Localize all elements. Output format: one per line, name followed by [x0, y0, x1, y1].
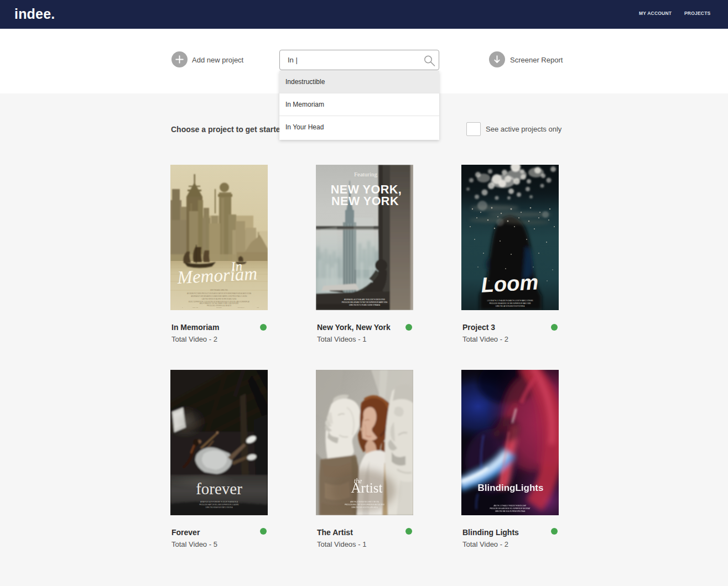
- svg-text:PRODUCED DE LA MUSE DE SOL S: PRODUCED DE LA MUSE DE SOL SUPERVISOR NE…: [490, 507, 530, 510]
- svg-text:PRODUCED BELL TH P ROSE SUPER: PRODUCED BELL TH P ROSE SUPERVISOR ANTON…: [345, 504, 384, 506]
- svg-text:forever: forever: [196, 480, 242, 498]
- svg-text:PRODUCED SEGA MUSIC DE SEN S: PRODUCED SEGA MUSIC DE SEN SUPERVISOR MA…: [489, 302, 531, 305]
- svg-text:ANNA FILM S A TH FOREVER TH JB: ANNA FILM S A TH FOREVER TH JB DIR TH AN…: [200, 501, 238, 503]
- svg-text:IRELAND: IRELAND: [193, 307, 199, 308]
- svg-text:ANDREA WILL A 13 TH ALLARD: ANDREA WILL A 13 TH ALLARD TH BLOOM TH S…: [344, 299, 385, 301]
- svg-text:Memoriam: Memoriam: [176, 263, 257, 287]
- svg-text:ANN TH LS TH KIN M SE JOHN T: ANN TH LS TH KIN M SE JOHN T ONE STA: [350, 501, 379, 503]
- svg-text:DIRECTED RAY B GLOW PRISM S: DIRECTED RAY B GLOW PRISM SPECTRA A: [495, 510, 526, 512]
- svg-text:CURIOSITY: CURIOSITY: [237, 307, 245, 308]
- svg-text:AND FOREMOST ON THE CHEER CO: AND FOREMOST ON THE CHEER COME LONDON FI…: [200, 302, 238, 305]
- svg-text:ANDREA BUTLER BENJAMIN DOLMAN: ANDREA BUTLER BENJAMIN DOLMAN ESME HARRI…: [191, 295, 247, 297]
- svg-text:LOOOM A TH L S TH ALBIN TH DEA: LOOOM A TH L S TH ALBIN TH DEAN TH LOOM …: [487, 300, 533, 302]
- svg-text:SCREEN: SCREEN: [216, 307, 222, 308]
- svg-text:Featuring: Featuring: [354, 171, 378, 177]
- svg-text:AND TH L S TH ALDO TH BLISS TH: AND TH L S TH ALDO TH BLISS TH NEON LIGH…: [494, 505, 527, 507]
- svg-text:WB: WB: [257, 307, 259, 308]
- svg-text:PRODUCED MELLER AND TH THE TOM: PRODUCED MELLER AND TH THE TOM SUPERVISO…: [342, 301, 388, 304]
- svg-text:Loom: Loom: [481, 270, 539, 296]
- svg-text:AN INDEE PICTURES PRODUCTION I: AN INDEE PICTURES PRODUCTION IN ASSOCIAT…: [187, 292, 251, 295]
- svg-text:BlindingLights: BlindingLights: [478, 483, 544, 493]
- svg-text:Artist: Artist: [351, 480, 383, 495]
- svg-text:DIRECTED SUN SON STILL ATEL: DIRECTED SUN SON STILL ATELIER A: [352, 506, 378, 509]
- svg-text:WRITTEN AND DIRECTED: WRITTEN AND DIRECTED: [210, 289, 228, 291]
- svg-text:DIRECTED KIM A FILM STATIC: DIRECTED KIM A FILM STATIC VISION A: [206, 506, 233, 509]
- svg-text:DIRECTED ROY D FILMED SCENE: DIRECTED ROY D FILMED SCENE STREAM A: [349, 304, 380, 306]
- svg-text:DIRECTED JAY B FILM MOTION: DIRECTED JAY B FILM MOTION POSTER A: [496, 305, 525, 307]
- svg-text:CASTING WENSON VALERIE MORROW: CASTING WENSON VALERIE MORROW AND SUNG: [202, 298, 237, 300]
- svg-text:PRODUCED HART DE WILL BEN SU: PRODUCED HART DE WILL BEN SUPERVISOR LOL…: [199, 504, 239, 506]
- svg-text:NEW YORK: NEW YORK: [331, 195, 399, 208]
